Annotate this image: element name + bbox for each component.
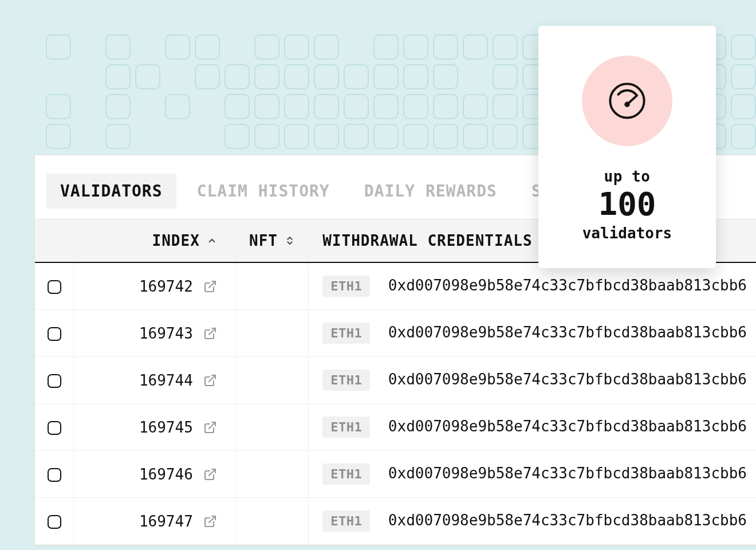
column-header-select: [35, 219, 74, 263]
table-row: 169742 ETH1 0xd007098e9b58e74c33c7bfbcd3…: [35, 262, 756, 310]
svg-line-0: [209, 281, 215, 288]
external-link-icon[interactable]: [203, 327, 217, 340]
validator-index: 169742: [139, 278, 193, 295]
svg-line-1: [209, 328, 215, 335]
credential-type-badge: ETH1: [322, 510, 370, 532]
credential-type-badge: ETH1: [322, 370, 370, 391]
row-checkbox[interactable]: [48, 515, 61, 529]
svg-line-4: [209, 469, 215, 476]
withdrawal-address: 0xd007098e9b58e74c33c7bfbcd38baab813cbb6: [388, 418, 747, 435]
table-row: 169746 ETH1 0xd007098e9b58e74c33c7bfbcd3…: [35, 451, 756, 498]
gauge-icon: [582, 56, 672, 146]
credential-type-badge: ETH1: [322, 276, 370, 297]
table-row: 169747 ETH1 0xd007098e9b58e74c33c7bfbcd3…: [35, 498, 756, 545]
column-header-index-label: INDEX: [152, 232, 200, 249]
row-checkbox[interactable]: [48, 327, 61, 341]
withdrawal-address: 0xd007098e9b58e74c33c7bfbcd38baab813cbb6: [388, 465, 747, 482]
validator-index: 169746: [139, 466, 193, 483]
row-checkbox[interactable]: [48, 280, 61, 294]
withdrawal-address: 0xd007098e9b58e74c33c7bfbcd38baab813cbb6: [388, 277, 747, 294]
validator-index: 169745: [139, 419, 193, 436]
tab-claim-history[interactable]: CLAIM HISTORY: [183, 174, 344, 209]
tab-validators[interactable]: VALIDATORS: [46, 174, 176, 209]
external-link-icon[interactable]: [203, 514, 217, 528]
svg-point-6: [610, 84, 644, 117]
table-row: 169745 ETH1 0xd007098e9b58e74c33c7bfbcd3…: [35, 404, 756, 451]
svg-line-2: [209, 375, 215, 382]
svg-line-3: [209, 422, 215, 429]
credential-type-badge: ETH1: [322, 323, 370, 344]
withdrawal-address: 0xd007098e9b58e74c33c7bfbcd38baab813cbb6: [388, 324, 747, 341]
sort-ascending-icon: [207, 235, 217, 246]
svg-line-8: [627, 96, 637, 105]
column-header-index[interactable]: INDEX: [74, 219, 235, 263]
card-line-upto: up to: [550, 168, 704, 185]
sort-icon: [285, 234, 295, 247]
card-line-count: 100: [550, 187, 704, 221]
row-checkbox[interactable]: [48, 374, 61, 388]
credential-type-badge: ETH1: [322, 463, 370, 485]
table-row: 169744 ETH1 0xd007098e9b58e74c33c7bfbcd3…: [35, 357, 756, 404]
external-link-icon[interactable]: [203, 280, 217, 293]
table-row: 169743 ETH1 0xd007098e9b58e74c33c7bfbcd3…: [35, 310, 756, 357]
column-header-wc-label: WITHDRAWAL CREDENTIALS: [322, 232, 532, 249]
row-checkbox[interactable]: [48, 468, 61, 482]
credential-type-badge: ETH1: [322, 417, 370, 438]
tab-daily-rewards[interactable]: DAILY REWARDS: [351, 174, 511, 209]
external-link-icon[interactable]: [203, 374, 217, 387]
row-checkbox[interactable]: [48, 421, 61, 435]
column-header-nft-label: NFT: [249, 232, 278, 249]
external-link-icon[interactable]: [203, 421, 217, 434]
external-link-icon[interactable]: [203, 467, 217, 481]
column-header-nft[interactable]: NFT: [235, 219, 308, 263]
validator-index: 169744: [139, 372, 193, 389]
validator-index: 169747: [139, 513, 193, 530]
card-line-caption: validators: [550, 225, 704, 242]
withdrawal-address: 0xd007098e9b58e74c33c7bfbcd38baab813cbb6: [388, 371, 747, 388]
validator-index: 169743: [139, 325, 193, 342]
withdrawal-address: 0xd007098e9b58e74c33c7bfbcd38baab813cbb6: [388, 512, 747, 529]
svg-line-5: [209, 516, 215, 522]
validator-limit-card: up to 100 validators: [538, 26, 716, 268]
